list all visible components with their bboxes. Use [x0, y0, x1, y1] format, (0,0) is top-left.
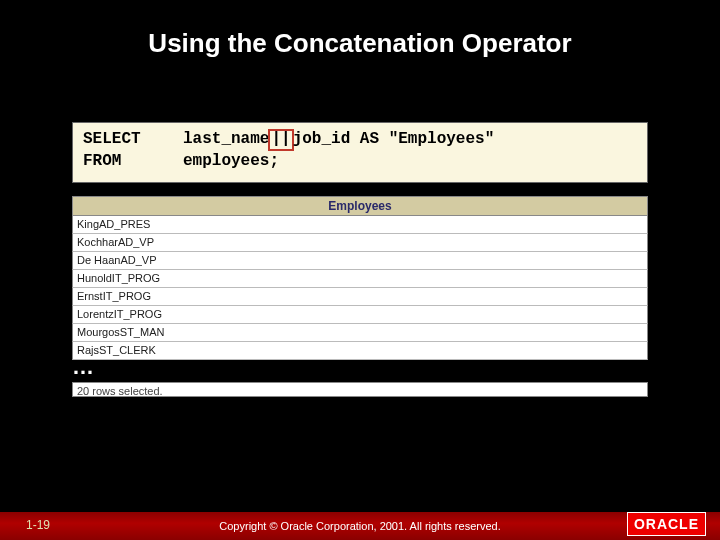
row-count-summary: 20 rows selected. — [72, 382, 648, 397]
slide-title: Using the Concatenation Operator — [0, 28, 720, 59]
table-row: De HaanAD_VP — [72, 252, 648, 270]
copyright-text: Copyright © Oracle Corporation, 2001. Al… — [0, 520, 720, 532]
footer: 1-19 Copyright © Oracle Corporation, 200… — [0, 506, 720, 540]
concat-operator-highlight: || — [268, 129, 293, 151]
table-row: HunoldIT_PROG — [72, 270, 648, 288]
keyword-select: SELECT — [83, 129, 183, 151]
expr-left: last_name — [183, 130, 269, 148]
result-header: Employees — [72, 196, 648, 216]
table-row: LorentzIT_PROG — [72, 306, 648, 324]
slide: Using the Concatenation Operator SELECTl… — [0, 0, 720, 540]
table-row: ErnstIT_PROG — [72, 288, 648, 306]
sql-code-block: SELECTlast_name||job_id AS "Employees" F… — [72, 122, 648, 183]
keyword-from: FROM — [83, 151, 183, 173]
table-row: KochharAD_VP — [72, 234, 648, 252]
table-row: MourgosST_MAN — [72, 324, 648, 342]
table-row: KingAD_PRES — [72, 216, 648, 234]
expr-right: job_id AS "Employees" — [293, 130, 495, 148]
oracle-logo: ORACLE — [627, 509, 706, 539]
from-clause: employees; — [183, 152, 279, 170]
table-row: RajsST_CLERK — [72, 342, 648, 360]
code-line-2: FROMemployees; — [83, 151, 637, 173]
result-table: Employees KingAD_PRES KochharAD_VP De Ha… — [72, 196, 648, 360]
ellipsis: … — [72, 354, 94, 380]
code-line-1: SELECTlast_name||job_id AS "Employees" — [83, 129, 637, 151]
oracle-logo-text: ORACLE — [627, 512, 706, 536]
